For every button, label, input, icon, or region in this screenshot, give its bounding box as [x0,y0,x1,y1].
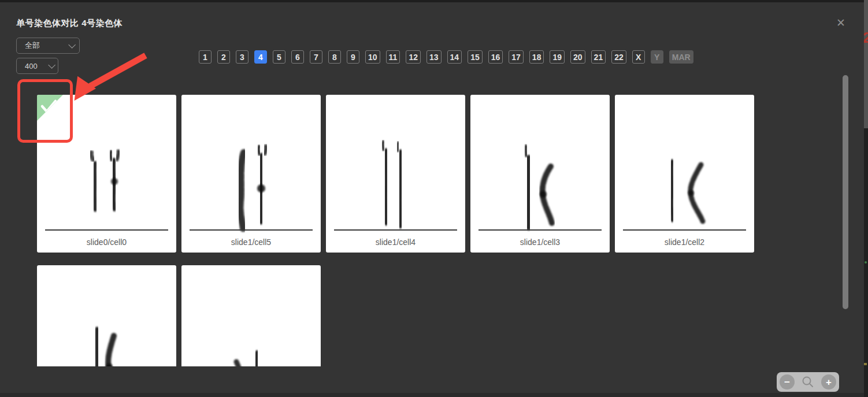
modal-bottom-edge [0,393,864,397]
close-icon[interactable]: ✕ [834,16,848,30]
chromosome-tab-11[interactable]: 11 [386,50,400,64]
chromosome-tab-10[interactable]: 10 [365,50,380,64]
chromosome-tab-18[interactable]: 18 [529,50,544,64]
card-label: slide1/cell5 [181,238,321,247]
chromosome-tab-9[interactable]: 9 [347,50,359,64]
card-slide1-cell3[interactable]: slide1/cell3 [470,95,610,253]
chromosome-tab-y: Y [651,50,663,64]
zoom-out-button[interactable]: − [780,374,795,389]
card-label: slide1/cell3 [470,238,610,247]
chromosome-tab-8[interactable]: 8 [328,50,341,64]
card-clipped-6[interactable] [181,265,321,366]
chromosome-tab-1[interactable]: 1 [199,50,212,64]
scrollbar-thumb[interactable] [843,75,848,309]
card-label: slide1/cell2 [615,238,754,247]
card-slide1-cell4[interactable]: slide1/cell4 [326,95,465,253]
chromosome-tab-6[interactable]: 6 [291,50,304,64]
chevron-down-icon [68,41,76,49]
modal-title: 单号染色体对比 4号染色体 [16,18,123,29]
card-slide1-cell5[interactable]: slide1/cell5 [181,95,321,253]
filter-all-dropdown-value: 全部 [25,40,68,51]
resolution-dropdown[interactable]: 400 [16,58,58,74]
card-divider [478,229,602,231]
chromosome-tab-5[interactable]: 5 [273,50,285,64]
chromosome-tab-13[interactable]: 13 [426,50,442,64]
card-label: slide1/cell4 [326,238,465,247]
chromosome-tab-19[interactable]: 19 [550,50,565,64]
chromosome-tab-mar: MAR [669,50,693,64]
chevron-down-icon [48,61,55,69]
underlying-page-strip: 2 [864,0,868,397]
zoom-in-button[interactable]: + [821,374,836,389]
chromosome-pair-clipped-b [181,265,321,366]
zoom-controls: − + [777,372,839,392]
card-slide0-cell0[interactable]: slide0/cell0 [37,95,176,253]
card-divider [623,229,746,231]
chromosome-tab-16[interactable]: 16 [488,50,503,64]
card-divider [190,229,313,231]
chromosome-pair-clipped-a [37,265,176,366]
resolution-dropdown-value: 400 [25,62,48,71]
underlying-page-header [864,0,868,128]
chromosome-tab-15[interactable]: 15 [468,50,483,64]
chromosome-tab-14[interactable]: 14 [447,50,462,64]
chromosome-tab-12[interactable]: 12 [406,50,421,64]
card-clipped-5[interactable] [37,265,176,366]
chromosome-tab-17[interactable]: 17 [509,50,524,64]
chromosome-tab-4[interactable]: 4 [254,50,267,64]
magnifier-icon [802,376,814,388]
chromosome-tabs: 12345678910111213141516171819202122XYMAR [199,50,693,64]
chromosome-compare-modal: 单号染色体对比 4号染色体 ✕ 全部 400 12345678910111213… [0,2,864,397]
underlying-green-speck [865,261,867,264]
chromosome-tab-20[interactable]: 20 [570,50,585,64]
chromosome-tab-x[interactable]: X [632,50,645,64]
card-label: slide0/cell0 [37,238,176,247]
chromosome-tab-22[interactable]: 22 [611,50,626,64]
chromosome-tab-2[interactable]: 2 [217,50,230,64]
chromosome-tab-3[interactable]: 3 [236,50,248,64]
chromosome-tab-21[interactable]: 21 [591,50,606,64]
filter-all-dropdown[interactable]: 全部 [16,38,80,54]
card-slide1-cell2[interactable]: slide1/cell2 [615,95,754,253]
underlying-yellow-speck [864,363,867,365]
cards-grid: slide0/cell0 slide1/cell5 slide1/cell4 s… [37,95,864,366]
card-divider [334,229,457,231]
cards-viewport: slide0/cell0 slide1/cell5 slide1/cell4 s… [0,77,864,366]
card-divider [45,229,168,231]
chromosome-tab-7[interactable]: 7 [310,50,322,64]
